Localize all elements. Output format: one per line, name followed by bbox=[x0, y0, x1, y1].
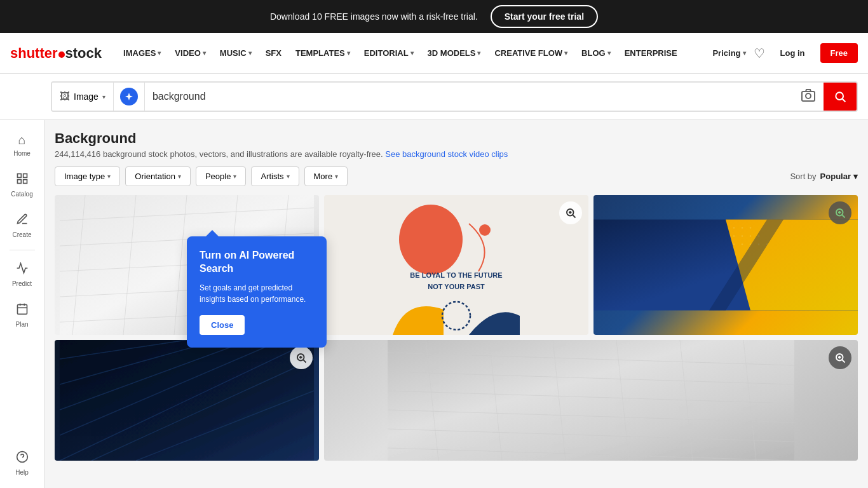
logo[interactable]: shutterstock bbox=[10, 45, 102, 62]
subtitle-link[interactable]: See background stock video clips bbox=[385, 149, 508, 159]
filter-left: Image type ▾ Orientation ▾ People ▾ Arti… bbox=[55, 166, 348, 186]
nav-music[interactable]: MUSIC ▾ bbox=[214, 44, 258, 62]
nav-enterprise[interactable]: ENTERPRISE bbox=[618, 44, 684, 62]
page-title: Background bbox=[55, 130, 858, 147]
nav-creativeflow[interactable]: CREATIVE FLOW ▾ bbox=[488, 44, 574, 62]
free-button[interactable]: Free bbox=[820, 43, 858, 63]
sidebar-item-plan[interactable]: Plan bbox=[3, 296, 41, 334]
svg-rect-7 bbox=[23, 180, 27, 184]
svg-text:NOT YOUR PAST: NOT YOUR PAST bbox=[428, 283, 485, 290]
svg-point-45 bbox=[742, 243, 743, 245]
zoom-button-3[interactable] bbox=[829, 201, 851, 224]
nav-images[interactable]: IMAGES ▾ bbox=[117, 44, 167, 62]
svg-text:BE LOYAL TO THE FUTURE: BE LOYAL TO THE FUTURE bbox=[410, 271, 502, 279]
tooltip-title: Turn on AI Powered Search bbox=[200, 249, 314, 276]
chevron-down-icon: ▾ bbox=[743, 50, 746, 57]
chevron-down-icon: ▾ bbox=[158, 50, 161, 57]
svg-point-42 bbox=[750, 235, 752, 237]
orientation-label: Orientation bbox=[135, 172, 175, 181]
svg-rect-4 bbox=[17, 174, 21, 178]
page-subtitle: 244,114,416 background stock photos, vec… bbox=[55, 149, 858, 159]
zoom-button-4[interactable] bbox=[290, 346, 313, 369]
catalog-icon bbox=[16, 172, 29, 188]
image-card-5[interactable] bbox=[324, 340, 858, 461]
tooltip-close-button[interactable]: Close bbox=[200, 315, 245, 335]
filter-imagetype[interactable]: Image type ▾ bbox=[55, 166, 120, 186]
svg-line-32 bbox=[573, 215, 575, 217]
search-type-dropdown[interactable]: 🖼 Image ▾ bbox=[52, 83, 114, 111]
nav-3dmodels[interactable]: 3D MODELS ▾ bbox=[421, 44, 487, 62]
camera-icon bbox=[801, 88, 816, 103]
zoom-button-2[interactable] bbox=[559, 201, 582, 224]
svg-line-63 bbox=[303, 360, 306, 362]
nav-actions: Pricing ▾ ♡ Log in Free bbox=[712, 43, 858, 63]
chevron-down-icon: ▾ bbox=[102, 93, 105, 100]
zoom-icon bbox=[834, 207, 846, 219]
image-card-2[interactable]: BE LOYAL TO THE FUTURE NOT YOUR PAST bbox=[324, 195, 588, 335]
ai-tooltip-popup: Turn on AI Powered Search Set goals and … bbox=[187, 236, 327, 348]
image-card-4[interactable] bbox=[55, 340, 319, 461]
image-card-3[interactable] bbox=[593, 195, 858, 335]
calendar-icon bbox=[16, 302, 29, 315]
banner-text: Download 10 FREE images now with a risk-… bbox=[270, 11, 478, 22]
free-trial-button[interactable]: Start your free trial bbox=[491, 5, 598, 28]
svg-point-40 bbox=[733, 235, 735, 237]
chevron-down-icon: ▾ bbox=[853, 172, 858, 181]
nav-templates[interactable]: TEMPLATES ▾ bbox=[289, 44, 356, 62]
image-icon: 🖼 bbox=[60, 91, 70, 102]
svg-point-44 bbox=[733, 243, 735, 245]
sidebar-item-predict[interactable]: Predict bbox=[3, 255, 41, 294]
nav-editorial[interactable]: EDITORIAL ▾ bbox=[358, 44, 420, 62]
image-placeholder-shapes: BE LOYAL TO THE FUTURE NOT YOUR PAST bbox=[324, 195, 588, 335]
chevron-down-icon: ▾ bbox=[203, 50, 206, 57]
filter-artists[interactable]: Artists ▾ bbox=[251, 166, 299, 186]
main-layout: ⌂ Home Catalog Create bbox=[0, 120, 868, 488]
nav-pricing[interactable]: Pricing ▾ bbox=[712, 48, 745, 58]
image-placeholder-blue-yellow bbox=[593, 195, 858, 335]
svg-point-39 bbox=[750, 227, 752, 229]
ai-search-toggle[interactable] bbox=[114, 83, 145, 111]
sidebar-item-home[interactable]: ⌂ Home bbox=[3, 126, 41, 163]
gray-fabric-svg bbox=[324, 340, 858, 461]
pencil-icon bbox=[16, 213, 29, 226]
chevron-down-icon: ▾ bbox=[564, 50, 567, 57]
chevron-down-icon: ▾ bbox=[178, 173, 181, 180]
nav-video[interactable]: VIDEO ▾ bbox=[168, 44, 212, 62]
search-input[interactable] bbox=[145, 91, 793, 102]
chevron-down-icon: ▾ bbox=[233, 173, 236, 180]
sort-select[interactable]: Popular ▾ bbox=[820, 172, 858, 181]
chevron-down-icon: ▾ bbox=[347, 50, 350, 57]
svg-rect-66 bbox=[388, 340, 794, 461]
search-icon bbox=[834, 90, 846, 104]
ai-icon bbox=[124, 92, 134, 102]
sidebar: ⌂ Home Catalog Create bbox=[0, 120, 44, 488]
filter-more[interactable]: More ▾ bbox=[304, 166, 348, 186]
camera-search-icon[interactable] bbox=[793, 88, 824, 106]
svg-rect-5 bbox=[23, 174, 27, 178]
search-button[interactable] bbox=[824, 83, 857, 111]
svg-point-2 bbox=[836, 92, 843, 100]
home-icon: ⌂ bbox=[18, 133, 25, 147]
filter-orientation[interactable]: Orientation ▾ bbox=[125, 166, 191, 186]
nav-sfx[interactable]: SFX bbox=[259, 44, 288, 62]
zoom-button-5[interactable] bbox=[829, 346, 851, 369]
grid-icon bbox=[16, 172, 29, 185]
sidebar-divider bbox=[10, 250, 35, 250]
question-icon bbox=[16, 451, 29, 463]
login-button[interactable]: Log in bbox=[773, 44, 813, 62]
chevron-down-icon: ▾ bbox=[477, 50, 480, 57]
sidebar-item-help[interactable]: Help bbox=[3, 444, 41, 482]
blue-yellow-svg bbox=[593, 195, 858, 335]
filter-people[interactable]: People ▾ bbox=[196, 166, 246, 186]
logo-text: shutterstock bbox=[10, 45, 102, 62]
create-icon bbox=[16, 213, 29, 229]
predict-icon bbox=[16, 262, 29, 278]
nav-blog[interactable]: BLOG ▾ bbox=[575, 44, 617, 62]
help-icon bbox=[16, 451, 29, 466]
content-header: Background 244,114,416 background stock … bbox=[55, 130, 858, 159]
top-banner: Download 10 FREE images now with a risk-… bbox=[0, 0, 868, 33]
heart-icon[interactable]: ♡ bbox=[754, 46, 765, 61]
content-area: Background 244,114,416 background stock … bbox=[44, 120, 868, 488]
sidebar-item-catalog[interactable]: Catalog bbox=[3, 166, 41, 204]
sidebar-item-create[interactable]: Create bbox=[3, 207, 41, 245]
